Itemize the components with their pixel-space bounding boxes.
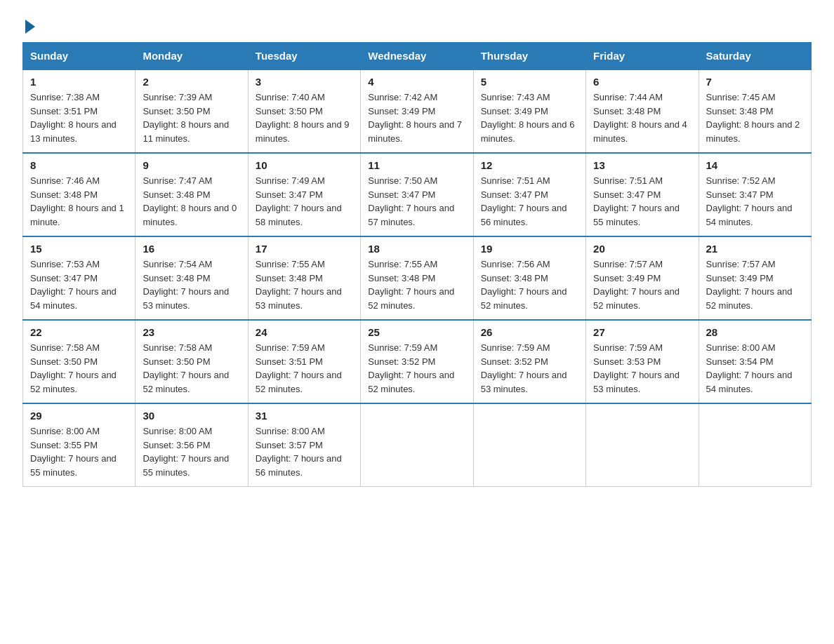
day-number: 15 bbox=[30, 243, 128, 255]
day-info: Sunrise: 7:52 AMSunset: 3:47 PMDaylight:… bbox=[706, 174, 804, 229]
calendar-cell: 6Sunrise: 7:44 AMSunset: 3:48 PMDaylight… bbox=[586, 69, 699, 153]
calendar-cell: 13Sunrise: 7:51 AMSunset: 3:47 PMDayligh… bbox=[586, 153, 699, 236]
calendar-cell: 7Sunrise: 7:45 AMSunset: 3:48 PMDaylight… bbox=[699, 69, 811, 153]
day-number: 12 bbox=[481, 159, 578, 171]
calendar-week-row: 8Sunrise: 7:46 AMSunset: 3:48 PMDaylight… bbox=[23, 153, 812, 236]
day-number: 25 bbox=[368, 326, 465, 338]
col-header-sunday: Sunday bbox=[23, 43, 135, 70]
calendar-cell: 28Sunrise: 8:00 AMSunset: 3:54 PMDayligh… bbox=[699, 320, 811, 403]
day-number: 21 bbox=[706, 243, 804, 255]
day-info: Sunrise: 7:49 AMSunset: 3:47 PMDaylight:… bbox=[256, 174, 353, 229]
day-number: 2 bbox=[143, 76, 240, 88]
day-info: Sunrise: 7:43 AMSunset: 3:49 PMDaylight:… bbox=[481, 90, 578, 145]
calendar-week-row: 1Sunrise: 7:38 AMSunset: 3:51 PMDaylight… bbox=[23, 69, 812, 153]
col-header-thursday: Thursday bbox=[473, 43, 585, 70]
day-number: 30 bbox=[143, 410, 240, 422]
calendar-cell bbox=[699, 403, 811, 487]
calendar-cell: 12Sunrise: 7:51 AMSunset: 3:47 PMDayligh… bbox=[473, 153, 585, 236]
day-number: 11 bbox=[368, 159, 465, 171]
calendar-cell: 16Sunrise: 7:54 AMSunset: 3:48 PMDayligh… bbox=[135, 236, 248, 320]
calendar-cell: 20Sunrise: 7:57 AMSunset: 3:49 PMDayligh… bbox=[586, 236, 699, 320]
calendar-cell: 24Sunrise: 7:59 AMSunset: 3:51 PMDayligh… bbox=[248, 320, 360, 403]
day-number: 20 bbox=[593, 243, 691, 255]
day-info: Sunrise: 7:47 AMSunset: 3:48 PMDaylight:… bbox=[143, 174, 240, 229]
day-number: 16 bbox=[143, 243, 240, 255]
calendar-cell: 2Sunrise: 7:39 AMSunset: 3:50 PMDaylight… bbox=[135, 69, 248, 153]
day-number: 14 bbox=[706, 159, 804, 171]
day-number: 29 bbox=[30, 410, 128, 422]
day-info: Sunrise: 7:55 AMSunset: 3:48 PMDaylight:… bbox=[256, 257, 353, 312]
day-info: Sunrise: 7:57 AMSunset: 3:49 PMDaylight:… bbox=[593, 257, 691, 312]
calendar-cell: 14Sunrise: 7:52 AMSunset: 3:47 PMDayligh… bbox=[699, 153, 811, 236]
day-number: 6 bbox=[593, 76, 691, 88]
day-info: Sunrise: 7:58 AMSunset: 3:50 PMDaylight:… bbox=[143, 341, 240, 396]
calendar-cell: 4Sunrise: 7:42 AMSunset: 3:49 PMDaylight… bbox=[361, 69, 473, 153]
col-header-friday: Friday bbox=[586, 43, 699, 70]
day-number: 22 bbox=[30, 326, 128, 338]
calendar-cell: 3Sunrise: 7:40 AMSunset: 3:50 PMDaylight… bbox=[248, 69, 360, 153]
calendar-week-row: 22Sunrise: 7:58 AMSunset: 3:50 PMDayligh… bbox=[23, 320, 812, 403]
calendar-cell: 30Sunrise: 8:00 AMSunset: 3:56 PMDayligh… bbox=[135, 403, 248, 487]
day-info: Sunrise: 8:00 AMSunset: 3:54 PMDaylight:… bbox=[706, 341, 804, 396]
calendar-cell: 29Sunrise: 8:00 AMSunset: 3:55 PMDayligh… bbox=[23, 403, 135, 487]
day-number: 13 bbox=[593, 159, 691, 171]
calendar-cell: 23Sunrise: 7:58 AMSunset: 3:50 PMDayligh… bbox=[135, 320, 248, 403]
logo bbox=[22, 17, 35, 31]
day-info: Sunrise: 7:58 AMSunset: 3:50 PMDaylight:… bbox=[30, 341, 128, 396]
day-info: Sunrise: 7:54 AMSunset: 3:48 PMDaylight:… bbox=[143, 257, 240, 312]
calendar-cell: 10Sunrise: 7:49 AMSunset: 3:47 PMDayligh… bbox=[248, 153, 360, 236]
day-info: Sunrise: 7:40 AMSunset: 3:50 PMDaylight:… bbox=[256, 90, 353, 145]
day-number: 7 bbox=[706, 76, 804, 88]
day-info: Sunrise: 7:51 AMSunset: 3:47 PMDaylight:… bbox=[481, 174, 578, 229]
page-header bbox=[22, 17, 812, 31]
day-number: 8 bbox=[30, 159, 128, 171]
calendar-cell bbox=[361, 403, 473, 487]
calendar-cell: 11Sunrise: 7:50 AMSunset: 3:47 PMDayligh… bbox=[361, 153, 473, 236]
day-info: Sunrise: 7:56 AMSunset: 3:48 PMDaylight:… bbox=[481, 257, 578, 312]
calendar-cell: 1Sunrise: 7:38 AMSunset: 3:51 PMDaylight… bbox=[23, 69, 135, 153]
col-header-tuesday: Tuesday bbox=[248, 43, 360, 70]
calendar-cell: 15Sunrise: 7:53 AMSunset: 3:47 PMDayligh… bbox=[23, 236, 135, 320]
day-info: Sunrise: 7:59 AMSunset: 3:51 PMDaylight:… bbox=[256, 341, 353, 396]
day-number: 17 bbox=[256, 243, 353, 255]
day-number: 10 bbox=[256, 159, 353, 171]
day-number: 5 bbox=[481, 76, 578, 88]
day-info: Sunrise: 7:57 AMSunset: 3:49 PMDaylight:… bbox=[706, 257, 804, 312]
day-number: 3 bbox=[256, 76, 353, 88]
day-info: Sunrise: 8:00 AMSunset: 3:57 PMDaylight:… bbox=[256, 424, 353, 479]
day-info: Sunrise: 7:38 AMSunset: 3:51 PMDaylight:… bbox=[30, 90, 128, 145]
day-number: 18 bbox=[368, 243, 465, 255]
day-info: Sunrise: 8:00 AMSunset: 3:56 PMDaylight:… bbox=[143, 424, 240, 479]
day-number: 4 bbox=[368, 76, 465, 88]
calendar-cell: 25Sunrise: 7:59 AMSunset: 3:52 PMDayligh… bbox=[361, 320, 473, 403]
calendar-cell: 17Sunrise: 7:55 AMSunset: 3:48 PMDayligh… bbox=[248, 236, 360, 320]
calendar-header-row: SundayMondayTuesdayWednesdayThursdayFrid… bbox=[23, 43, 812, 70]
calendar-cell: 22Sunrise: 7:58 AMSunset: 3:50 PMDayligh… bbox=[23, 320, 135, 403]
calendar-week-row: 15Sunrise: 7:53 AMSunset: 3:47 PMDayligh… bbox=[23, 236, 812, 320]
calendar-cell: 31Sunrise: 8:00 AMSunset: 3:57 PMDayligh… bbox=[248, 403, 360, 487]
calendar-cell: 5Sunrise: 7:43 AMSunset: 3:49 PMDaylight… bbox=[473, 69, 585, 153]
calendar-week-row: 29Sunrise: 8:00 AMSunset: 3:55 PMDayligh… bbox=[23, 403, 812, 487]
day-number: 26 bbox=[481, 326, 578, 338]
calendar-cell: 26Sunrise: 7:59 AMSunset: 3:52 PMDayligh… bbox=[473, 320, 585, 403]
calendar-cell bbox=[586, 403, 699, 487]
day-info: Sunrise: 7:51 AMSunset: 3:47 PMDaylight:… bbox=[593, 174, 691, 229]
day-info: Sunrise: 7:45 AMSunset: 3:48 PMDaylight:… bbox=[706, 90, 804, 145]
logo-arrow-icon bbox=[25, 20, 35, 34]
day-number: 28 bbox=[706, 326, 804, 338]
day-number: 9 bbox=[143, 159, 240, 171]
calendar-cell: 9Sunrise: 7:47 AMSunset: 3:48 PMDaylight… bbox=[135, 153, 248, 236]
day-number: 31 bbox=[256, 410, 353, 422]
day-info: Sunrise: 7:39 AMSunset: 3:50 PMDaylight:… bbox=[143, 90, 240, 145]
day-info: Sunrise: 8:00 AMSunset: 3:55 PMDaylight:… bbox=[30, 424, 128, 479]
day-info: Sunrise: 7:55 AMSunset: 3:48 PMDaylight:… bbox=[368, 257, 465, 312]
day-number: 23 bbox=[143, 326, 240, 338]
calendar-cell: 19Sunrise: 7:56 AMSunset: 3:48 PMDayligh… bbox=[473, 236, 585, 320]
day-info: Sunrise: 7:59 AMSunset: 3:52 PMDaylight:… bbox=[368, 341, 465, 396]
day-info: Sunrise: 7:59 AMSunset: 3:52 PMDaylight:… bbox=[481, 341, 578, 396]
day-number: 19 bbox=[481, 243, 578, 255]
col-header-monday: Monday bbox=[135, 43, 248, 70]
calendar-cell: 8Sunrise: 7:46 AMSunset: 3:48 PMDaylight… bbox=[23, 153, 135, 236]
day-info: Sunrise: 7:50 AMSunset: 3:47 PMDaylight:… bbox=[368, 174, 465, 229]
day-info: Sunrise: 7:44 AMSunset: 3:48 PMDaylight:… bbox=[593, 90, 691, 145]
